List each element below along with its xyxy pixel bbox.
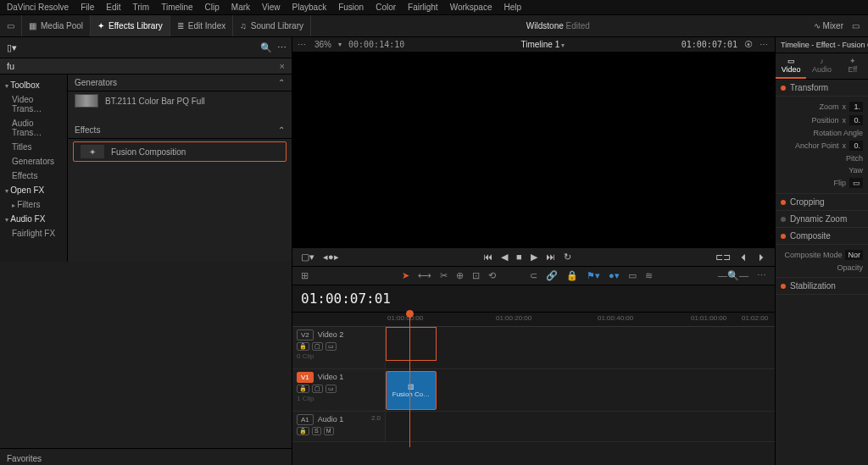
cropping-section[interactable]: Cropping — [776, 194, 868, 211]
tree-toolbox[interactable]: Toolbox — [0, 78, 67, 92]
menu-item[interactable]: View — [262, 3, 281, 12]
tree-filters[interactable]: Filters — [0, 197, 67, 212]
menu-item[interactable]: Fusion — [338, 3, 364, 12]
viewer-mode-icon[interactable]: ▢▾ — [301, 252, 314, 263]
tree-openfx[interactable]: Open FX — [0, 183, 67, 197]
menu-item[interactable]: Mark — [231, 3, 250, 12]
snap-icon[interactable]: ⊂ — [530, 270, 537, 281]
solo-button[interactable]: S — [312, 427, 321, 435]
zoom-value[interactable]: 1. — [849, 102, 863, 112]
next-frame-button[interactable]: ⏭ — [546, 252, 555, 263]
menu-item[interactable]: Trim — [133, 3, 150, 12]
tool-icon[interactable]: ≋ — [645, 270, 653, 281]
flag-icon[interactable]: ⚑▾ — [587, 270, 600, 281]
anchor-value[interactable]: 0. — [849, 141, 863, 151]
mark-out-button[interactable]: ⏵ — [757, 252, 766, 263]
tab-video[interactable]: ▭Video — [776, 53, 806, 79]
track-toggle-icon[interactable]: ▢ — [312, 342, 323, 351]
menu-item[interactable]: Fairlight — [408, 3, 438, 12]
media-pool-button[interactable]: ▦Media Pool — [22, 15, 91, 36]
zoom-slider-icon[interactable]: —🔍— — [718, 270, 748, 281]
menu-bar[interactable]: DaVinci Resolve File Edit Trim Timeline … — [0, 0, 868, 15]
viewer-more-icon[interactable]: ⋯ — [760, 40, 770, 49]
timeline-more-icon[interactable]: ⋯ — [757, 270, 766, 281]
playhead[interactable] — [409, 312, 410, 447]
tree-item[interactable]: Titles — [0, 140, 67, 154]
effects-header[interactable]: Effects⌃ — [68, 122, 292, 139]
timeline-timecode[interactable]: 01:00:07:01 — [301, 291, 391, 307]
menu-item[interactable]: Timeline — [161, 3, 192, 12]
track-lock-icon[interactable]: 🔒 — [297, 427, 309, 435]
loop-button[interactable]: ↻ — [564, 252, 571, 263]
viewer-zoom[interactable]: 36% — [314, 40, 331, 49]
stop-button[interactable]: ■ — [516, 252, 522, 263]
mixer-button[interactable]: ∿ Mixer — [814, 21, 843, 30]
time-ruler[interactable]: 01:00:00:00 01:00:20:00 01:00:40:00 01:0… — [292, 312, 775, 327]
panel-menu-icon[interactable]: ▯▾ — [5, 41, 19, 54]
overwrite-tool[interactable]: ⊡ — [472, 270, 480, 281]
track-v2[interactable]: V2Video 2 🔒▢▭ 0 Clip — [292, 327, 775, 369]
track-toggle-icon[interactable]: ▭ — [326, 342, 337, 351]
menu-item[interactable]: Color — [376, 3, 396, 12]
timeline[interactable]: 01:00:00:00 01:00:20:00 01:00:40:00 01:0… — [292, 312, 775, 465]
menu-item[interactable]: Edit — [106, 3, 120, 12]
search-icon[interactable]: 🔍 — [260, 42, 272, 53]
menu-item[interactable]: DaVinci Resolve — [7, 3, 69, 12]
effects-library-button[interactable]: ✦Effects Library — [91, 15, 170, 36]
composite-mode[interactable]: Nor — [845, 250, 863, 260]
replace-tool[interactable]: ⟲ — [488, 270, 496, 281]
more-icon[interactable]: ⋯ — [277, 42, 287, 53]
timeline-view-icon[interactable]: ⊞ — [301, 270, 309, 281]
menu-item[interactable]: Workspace — [450, 3, 492, 12]
menu-item[interactable]: Clip — [205, 3, 220, 12]
flip-button[interactable]: ▭ — [849, 178, 863, 188]
tree-item[interactable]: Generators — [0, 154, 67, 169]
edit-index-button[interactable]: ≣Edit Index — [170, 15, 233, 36]
viewer-options-icon[interactable]: ⋯ — [298, 40, 308, 49]
composite-section[interactable]: Composite — [776, 228, 868, 245]
trim-tool[interactable]: ⟷ — [418, 270, 431, 281]
stabilization-section[interactable]: Stabilization — [776, 278, 868, 295]
transform-section[interactable]: Transform — [776, 80, 868, 97]
track-lock-icon[interactable]: 🔒 — [297, 385, 309, 393]
insert-tool[interactable]: ⊕ — [456, 270, 464, 281]
clear-search-icon[interactable]: × — [280, 61, 285, 71]
tool-icon[interactable]: ▭ — [628, 270, 637, 281]
track-toggle-icon[interactable]: ▢ — [312, 385, 323, 393]
mute-button[interactable]: M — [324, 427, 334, 435]
prev-frame-button[interactable]: ◀ — [501, 252, 508, 263]
menu-item[interactable]: Help — [504, 3, 521, 12]
generator-item[interactable]: BT.2111 Color Bar PQ Full — [68, 91, 292, 110]
dynamic-zoom-section[interactable]: Dynamic Zoom — [776, 211, 868, 228]
selection-tool[interactable]: ➤ — [402, 270, 409, 281]
position-value[interactable]: 0. — [849, 115, 863, 125]
tree-item[interactable]: Video Trans… — [0, 92, 67, 116]
link-icon[interactable]: 🔗 — [546, 270, 558, 281]
track-a1[interactable]: A1Audio 1 2.0 🔒SM — [292, 412, 775, 442]
inspector-toggle[interactable]: ▭ — [852, 21, 860, 30]
marker-icon[interactable]: ●▾ — [609, 270, 620, 281]
menu-item[interactable]: File — [81, 3, 94, 12]
menu-item[interactable]: Playback — [292, 3, 327, 12]
favorites-section[interactable]: Favorites — [0, 448, 292, 465]
mark-in-button[interactable]: ⏴ — [739, 252, 748, 263]
matchframe-icon[interactable]: ◂●▸ — [323, 252, 339, 263]
track-toggle-icon[interactable]: ▭ — [326, 385, 337, 393]
track-lock-icon[interactable]: 🔒 — [297, 342, 309, 351]
effects-search-input[interactable] — [7, 61, 280, 71]
bypass-icon[interactable]: ⦿ — [744, 40, 753, 49]
play-button[interactable]: ▶ — [531, 252, 537, 263]
timeline-selector[interactable]: Timeline 1 — [521, 40, 565, 49]
in-out-icon[interactable]: ⊏⊐ — [715, 252, 731, 263]
generators-header[interactable]: Generators⌃ — [68, 75, 292, 91]
lock-icon[interactable]: 🔒 — [566, 270, 578, 281]
effects-search-upper[interactable] — [24, 42, 255, 53]
panel-toggle[interactable]: ▭ — [0, 15, 22, 36]
program-viewer[interactable] — [292, 53, 775, 247]
tree-item[interactable]: Audio Trans… — [0, 116, 67, 140]
fusion-clip[interactable]: ▧ Fusion Co… — [386, 371, 437, 410]
tree-fairlight[interactable]: Fairlight FX — [0, 226, 67, 241]
tab-audio[interactable]: ♪Audio — [806, 53, 837, 79]
tree-item[interactable]: Effects — [0, 169, 67, 183]
tab-effects[interactable]: ✦Eff — [837, 53, 868, 79]
